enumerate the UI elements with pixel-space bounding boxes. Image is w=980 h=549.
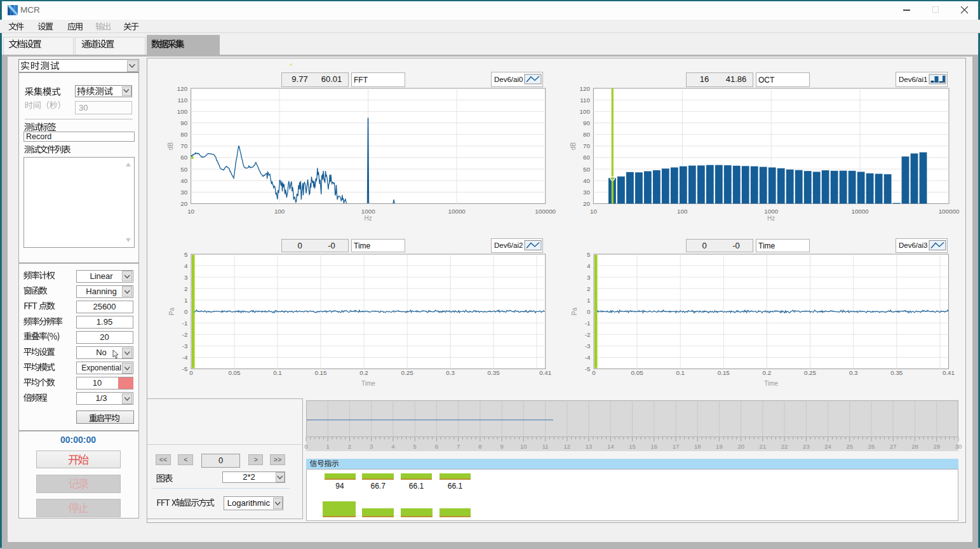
- svg-text:24: 24: [824, 443, 831, 450]
- svg-text:0.35: 0.35: [890, 369, 903, 376]
- svg-text:60: 60: [583, 154, 590, 161]
- svg-text:3: 3: [184, 274, 188, 281]
- svg-text:0.1: 0.1: [273, 369, 282, 376]
- svg-text:15: 15: [629, 443, 636, 450]
- svg-text:10: 10: [520, 443, 527, 450]
- svg-text:Time: Time: [361, 380, 375, 387]
- svg-text:0.35: 0.35: [488, 369, 500, 376]
- svg-text:20: 20: [737, 443, 744, 450]
- svg-text:12: 12: [564, 443, 571, 450]
- svg-text:90: 90: [583, 119, 590, 126]
- svg-text:17: 17: [673, 443, 680, 450]
- svg-text:3: 3: [587, 274, 591, 281]
- svg-text:-2: -2: [182, 331, 188, 338]
- svg-text:28: 28: [911, 443, 918, 450]
- svg-text:-4: -4: [585, 354, 591, 361]
- svg-text:0.15: 0.15: [314, 369, 327, 376]
- svg-text:6: 6: [435, 443, 438, 450]
- svg-text:16: 16: [650, 443, 657, 450]
- svg-text:20: 20: [583, 200, 590, 207]
- svg-text:Pa: Pa: [571, 307, 578, 315]
- svg-text:9: 9: [500, 443, 503, 450]
- svg-text:100: 100: [177, 108, 188, 115]
- svg-text:Hz: Hz: [767, 215, 775, 222]
- svg-text:0: 0: [592, 369, 596, 376]
- svg-text:0: 0: [304, 443, 307, 450]
- svg-text:100: 100: [274, 208, 285, 215]
- svg-text:Pa: Pa: [168, 307, 175, 315]
- svg-text:Hz: Hz: [365, 215, 372, 222]
- svg-text:7: 7: [457, 443, 460, 450]
- svg-text:70: 70: [180, 142, 187, 149]
- svg-text:0: 0: [184, 308, 188, 315]
- svg-text:2: 2: [348, 443, 351, 450]
- svg-text:100000: 100000: [535, 208, 556, 215]
- svg-text:0.25: 0.25: [401, 369, 414, 376]
- svg-text:0.05: 0.05: [228, 369, 241, 376]
- svg-text:110: 110: [177, 97, 187, 104]
- svg-text:-1: -1: [182, 320, 188, 327]
- svg-text:0.25: 0.25: [804, 369, 817, 376]
- svg-text:-5: -5: [182, 365, 188, 372]
- svg-text:25: 25: [847, 443, 854, 450]
- svg-text:30: 30: [955, 443, 962, 450]
- svg-text:1: 1: [326, 443, 330, 450]
- svg-text:100: 100: [677, 208, 688, 215]
- svg-text:30: 30: [180, 189, 187, 196]
- svg-text:13: 13: [586, 443, 593, 450]
- svg-text:1: 1: [184, 297, 187, 304]
- svg-text:2: 2: [184, 285, 187, 292]
- svg-text:0.1: 0.1: [676, 369, 685, 376]
- svg-text:-1: -1: [585, 320, 591, 327]
- svg-text:19: 19: [716, 443, 723, 450]
- svg-text:0.3: 0.3: [849, 369, 858, 376]
- svg-text:dB: dB: [570, 142, 577, 151]
- svg-text:18: 18: [694, 443, 701, 450]
- svg-text:110: 110: [580, 97, 590, 104]
- svg-text:22: 22: [781, 443, 788, 450]
- svg-text:14: 14: [607, 443, 614, 450]
- svg-text:120: 120: [177, 85, 188, 92]
- svg-text:70: 70: [583, 142, 590, 149]
- svg-text:29: 29: [934, 443, 941, 450]
- svg-text:0.05: 0.05: [631, 369, 644, 376]
- svg-text:-5: -5: [585, 365, 591, 372]
- svg-text:dB: dB: [167, 142, 174, 151]
- svg-text:4: 4: [391, 443, 394, 450]
- svg-text:80: 80: [583, 131, 590, 138]
- svg-text:-4: -4: [182, 354, 188, 361]
- svg-text:21: 21: [760, 443, 767, 450]
- svg-text:-2: -2: [585, 331, 591, 338]
- svg-text:40: 40: [180, 177, 187, 184]
- svg-text:50: 50: [180, 166, 187, 173]
- svg-text:30: 30: [583, 189, 590, 196]
- svg-text:0.15: 0.15: [718, 369, 730, 376]
- svg-text:1: 1: [587, 297, 590, 304]
- svg-text:100000: 100000: [939, 208, 960, 215]
- svg-text:-3: -3: [585, 342, 591, 349]
- svg-text:-3: -3: [182, 342, 188, 349]
- svg-text:40: 40: [583, 177, 590, 184]
- svg-text:2: 2: [587, 285, 590, 292]
- svg-text:Time: Time: [764, 380, 778, 387]
- svg-text:8: 8: [478, 443, 481, 450]
- svg-text:23: 23: [803, 443, 810, 450]
- svg-text:4: 4: [587, 262, 591, 269]
- svg-text:0.41: 0.41: [539, 369, 551, 376]
- svg-text:1000: 1000: [361, 208, 375, 215]
- svg-text:0.41: 0.41: [943, 369, 955, 376]
- svg-text:3: 3: [370, 443, 373, 450]
- svg-text:90: 90: [180, 119, 187, 126]
- svg-text:11: 11: [542, 443, 549, 450]
- svg-text:10: 10: [187, 208, 194, 215]
- svg-text:10000: 10000: [851, 208, 869, 215]
- svg-text:0.2: 0.2: [763, 369, 772, 376]
- svg-text:27: 27: [890, 443, 897, 450]
- svg-text:20: 20: [180, 200, 187, 207]
- svg-text:5: 5: [587, 251, 591, 258]
- svg-text:10: 10: [590, 208, 597, 215]
- svg-text:120: 120: [580, 85, 591, 92]
- svg-text:80: 80: [180, 131, 187, 138]
- svg-text:0: 0: [587, 308, 591, 315]
- svg-text:26: 26: [868, 443, 875, 450]
